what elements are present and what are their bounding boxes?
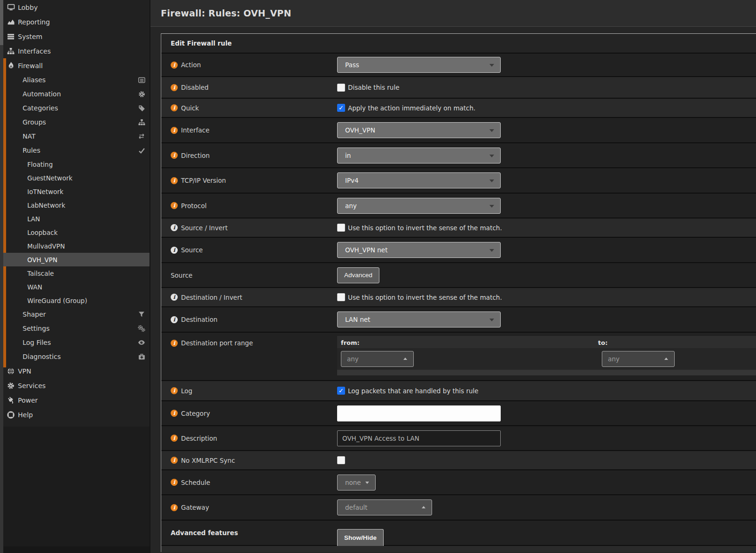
info-icon[interactable]: i — [171, 340, 178, 347]
interface-select[interactable]: OVH_VPN — [337, 122, 501, 138]
sidebar-item-reporting[interactable]: Reporting — [3, 15, 150, 29]
row-advanced-features: Advanced features Show/Hide — [161, 521, 756, 546]
sidebar-item-wan[interactable]: WAN — [3, 280, 150, 294]
sidebar-item-label: LabNetwork — [27, 202, 65, 209]
action-select[interactable]: Pass — [337, 57, 501, 73]
page-title-bar: Firewall: Rules: OVH_VPN — [150, 0, 756, 27]
sidebar-item-lan[interactable]: LAN — [3, 212, 150, 226]
sidebar-item-vpn[interactable]: VPN — [3, 364, 150, 378]
selected-value: any — [347, 355, 359, 363]
sidebar-item-system[interactable]: System — [3, 29, 150, 44]
info-icon[interactable]: i — [171, 457, 178, 464]
sidebar-item-log-files[interactable]: Log Files — [3, 335, 150, 350]
sidebar-item-rules[interactable]: Rules — [3, 143, 150, 157]
source-invert-checkbox[interactable] — [337, 224, 345, 232]
sidebar-item-labnetwork[interactable]: LabNetwork — [3, 198, 150, 212]
sidebar-item-services[interactable]: Services — [3, 378, 150, 393]
info-icon[interactable]: i — [171, 177, 178, 184]
info-icon[interactable]: i — [171, 152, 178, 159]
sidebar-item-floating[interactable]: Floating — [3, 157, 150, 171]
sidebar-item-iotnetwork[interactable]: IoTNetwork — [3, 185, 150, 198]
sidebar-item-loopback[interactable]: Loopback — [3, 226, 150, 239]
sidebar-item-help[interactable]: Help — [3, 407, 150, 422]
chevron-up-icon — [422, 506, 425, 508]
log-checkbox[interactable]: ✓ — [337, 387, 345, 395]
sidebar-item-firewall[interactable]: Firewall — [3, 58, 150, 73]
sidebar-item-lobby[interactable]: Lobby — [3, 0, 150, 15]
sidebar-scrollbar-thumb[interactable] — [0, 0, 3, 45]
category-input[interactable] — [337, 405, 501, 421]
sidebar-item-tailscale[interactable]: Tailscale — [3, 266, 150, 280]
interfaces-icon — [7, 47, 15, 55]
info-icon[interactable]: i — [171, 127, 178, 134]
row-description: iDescription OVH_VPN Access to LAN — [161, 426, 756, 451]
sidebar-item-diagnostics[interactable]: Diagnostics — [3, 350, 150, 364]
power-plug-icon — [7, 396, 15, 405]
description-input[interactable]: OVH_VPN Access to LAN — [337, 430, 501, 446]
info-icon[interactable]: i — [171, 104, 178, 111]
field-label: Description — [181, 435, 217, 442]
selected-value: Pass — [345, 61, 359, 69]
sidebar-item-interfaces[interactable]: Interfaces — [3, 44, 150, 58]
from-label: from: — [341, 339, 360, 346]
protocol-select[interactable]: any — [337, 198, 501, 214]
row-direction: iDirection in — [161, 143, 756, 168]
info-icon[interactable]: i — [171, 410, 178, 417]
row-schedule: iSchedule none — [161, 470, 756, 495]
gateway-select[interactable]: default — [337, 499, 432, 515]
row-destination: iDestination LAN net — [161, 307, 756, 333]
sidebar-item-label: Help — [18, 411, 33, 419]
source-advanced-button[interactable]: Advanced — [337, 267, 379, 283]
sidebar-item-shaper[interactable]: Shaper — [3, 307, 150, 321]
info-icon[interactable]: i — [171, 387, 178, 394]
sidebar-item-aliases[interactable]: Aliases — [3, 73, 150, 87]
info-icon[interactable]: i — [171, 479, 178, 486]
sidebar-item-power[interactable]: Power — [3, 393, 150, 407]
info-icon[interactable]: i — [171, 316, 178, 323]
port-from-select[interactable]: any — [341, 351, 414, 367]
sidebar-item-wireguard-group[interactable]: WireGuard (Group) — [3, 294, 150, 307]
sidebar-item-settings[interactable]: Settings — [3, 321, 150, 335]
disabled-checkbox[interactable] — [337, 84, 345, 92]
sidebar-item-label: WAN — [27, 283, 42, 291]
row-tcpip-version: iTCP/IP Version IPv4 — [161, 168, 756, 194]
tcpip-version-select[interactable]: IPv4 — [337, 172, 501, 188]
info-icon[interactable]: i — [171, 294, 178, 301]
field-label: Destination — [181, 316, 217, 323]
port-to-select[interactable]: any — [602, 351, 675, 367]
schedule-select[interactable]: none — [337, 475, 376, 491]
sidebar-item-label: GuestNetwork — [27, 174, 72, 182]
sidebar-item-label: Floating — [27, 161, 53, 168]
sidebar-scrollbar-track[interactable] — [0, 0, 3, 553]
info-icon[interactable]: i — [171, 62, 178, 69]
checkbox-label: Use this option to invert the sense of t… — [348, 294, 502, 301]
info-icon[interactable]: i — [171, 504, 178, 511]
quick-checkbox[interactable]: ✓ — [337, 104, 345, 112]
info-icon[interactable]: i — [171, 247, 178, 254]
sidebar-item-guestnetwork[interactable]: GuestNetwork — [3, 171, 150, 185]
sidebar: Lobby Reporting System Interfaces Firewa… — [0, 0, 150, 553]
sidebar-item-label: Interfaces — [18, 47, 51, 55]
no-xmlrpc-sync-checkbox[interactable] — [337, 456, 345, 464]
info-icon[interactable]: i — [171, 202, 178, 209]
info-icon[interactable]: i — [171, 435, 178, 442]
source-select[interactable]: OVH_VPN net — [337, 242, 501, 258]
sidebar-item-label: Groups — [23, 118, 46, 126]
sidebar-item-automation[interactable]: Automation — [3, 87, 150, 101]
main-content: Firewall: Rules: OVH_VPN Edit Firewall r… — [150, 0, 756, 553]
sidebar-item-nat[interactable]: NAT — [3, 129, 150, 143]
sidebar-item-groups[interactable]: Groups — [3, 115, 150, 129]
checkbox-label: Disable this rule — [348, 84, 399, 91]
firewall-icon — [7, 62, 15, 70]
info-icon[interactable]: i — [171, 84, 178, 91]
direction-select[interactable]: in — [337, 148, 501, 164]
sidebar-item-ovh-vpn-selected[interactable]: OVH_VPN — [3, 253, 150, 266]
destination-invert-checkbox[interactable] — [337, 293, 345, 301]
destination-select[interactable]: LAN net — [337, 312, 501, 327]
sidebar-menu: Lobby Reporting System Interfaces Firewa… — [3, 0, 150, 422]
opnsense-firewall-rule-edit-page: { "header": { "title": "Firewall: Rules:… — [0, 0, 756, 553]
info-icon[interactable]: i — [171, 224, 178, 231]
show-hide-button[interactable]: Show/Hide — [337, 529, 384, 546]
sidebar-item-categories[interactable]: Categories — [3, 101, 150, 115]
sidebar-item-mullvadvpn[interactable]: MullvadVPN — [3, 239, 150, 253]
